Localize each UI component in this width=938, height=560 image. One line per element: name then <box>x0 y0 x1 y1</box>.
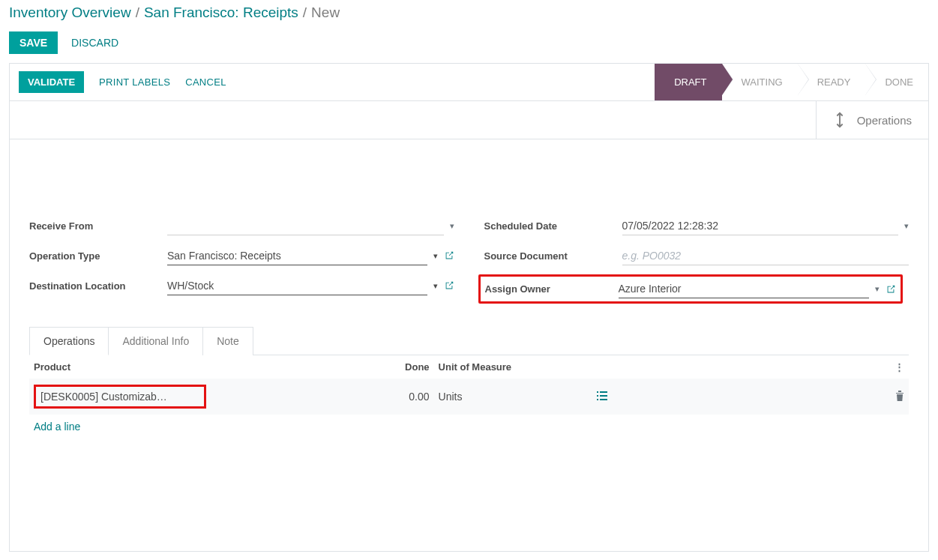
breadcrumb-sep: / <box>303 4 307 21</box>
chevron-down-icon[interactable]: ▾ <box>450 221 454 231</box>
external-link-icon[interactable] <box>444 280 454 291</box>
breadcrumb-current: New <box>311 4 340 21</box>
col-done: Done <box>381 355 433 379</box>
add-line-button[interactable]: Add a line <box>34 421 80 433</box>
operations-stat-label: Operations <box>857 114 912 127</box>
field-destination: Destination Location ▾ <box>29 274 454 297</box>
tab-additional-info[interactable]: Additional Info <box>109 327 203 355</box>
field-scheduled: Scheduled Date ▾ <box>484 214 910 237</box>
status-bar: DRAFT WAITING READY DONE <box>655 64 928 100</box>
print-labels-button[interactable]: PRINT LABELS <box>99 76 170 88</box>
input-receive-from[interactable] <box>167 217 444 235</box>
field-receive-from: Receive From ▾ <box>29 214 454 237</box>
field-source-doc: Source Document <box>484 244 910 267</box>
chevron-down-icon[interactable]: ▾ <box>904 221 909 231</box>
discard-button[interactable]: DISCARD <box>71 37 118 49</box>
breadcrumb-sep: / <box>136 4 139 21</box>
label-operation-type: Operation Type <box>29 250 167 262</box>
col-uom: Unit of Measure <box>434 355 592 379</box>
tabs: Operations Additional Info Note <box>29 327 909 355</box>
add-line-row: Add a line <box>29 415 909 439</box>
action-bar: SAVE DISCARD <box>9 25 929 63</box>
breadcrumb-level1[interactable]: Inventory Overview <box>9 4 131 21</box>
label-destination: Destination Location <box>29 280 167 292</box>
operations-table: Product Done Unit of Measure ⋮ [DESK0005… <box>29 355 909 439</box>
cell-product[interactable]: [DESK0005] Customizab… <box>40 391 167 403</box>
breadcrumb: Inventory Overview / San Francisco: Rece… <box>9 0 929 25</box>
cell-done[interactable]: 0.00 <box>381 379 433 415</box>
save-button[interactable]: SAVE <box>9 31 58 54</box>
operations-stat-button[interactable]: Operations <box>816 101 928 139</box>
list-icon[interactable] <box>597 391 607 403</box>
tab-note[interactable]: Note <box>203 327 253 355</box>
label-assign-owner: Assign Owner <box>485 283 619 295</box>
field-operation-type: Operation Type ▾ <box>29 244 454 267</box>
external-link-icon[interactable] <box>444 250 454 261</box>
input-scheduled[interactable] <box>622 217 899 235</box>
tab-operations[interactable]: Operations <box>29 327 109 355</box>
input-source-doc[interactable] <box>622 247 910 265</box>
col-product: Product <box>29 355 381 379</box>
updown-arrow-icon <box>833 112 847 128</box>
status-waiting[interactable]: WAITING <box>722 64 798 100</box>
table-row[interactable]: [DESK0005] Customizab… 0.00 Units <box>29 379 909 415</box>
input-operation-type[interactable] <box>167 247 427 265</box>
cancel-button[interactable]: CANCEL <box>185 76 226 88</box>
external-link-icon[interactable] <box>886 284 896 295</box>
label-receive-from: Receive From <box>29 220 167 232</box>
input-assign-owner[interactable] <box>619 280 870 298</box>
cell-uom[interactable]: Units <box>434 379 592 415</box>
chevron-down-icon[interactable]: ▾ <box>433 281 438 291</box>
toolbar-row: VALIDATE PRINT LABELS CANCEL DRAFT WAITI… <box>10 64 928 101</box>
chevron-down-icon[interactable]: ▾ <box>433 251 438 261</box>
form-sheet: VALIDATE PRINT LABELS CANCEL DRAFT WAITI… <box>9 63 929 552</box>
kebab-icon[interactable]: ⋮ <box>895 361 904 373</box>
validate-button[interactable]: VALIDATE <box>19 71 84 93</box>
highlight-assign-owner: Assign Owner ▾ <box>478 274 904 304</box>
label-source-doc: Source Document <box>484 250 622 262</box>
trash-icon[interactable] <box>895 391 904 403</box>
breadcrumb-level2[interactable]: San Francisco: Receipts <box>144 4 298 21</box>
label-scheduled: Scheduled Date <box>484 220 622 232</box>
status-draft[interactable]: DRAFT <box>655 64 721 100</box>
highlight-product-cell: [DESK0005] Customizab… <box>34 385 206 409</box>
input-destination[interactable] <box>167 277 427 295</box>
chevron-down-icon[interactable]: ▾ <box>875 284 880 294</box>
